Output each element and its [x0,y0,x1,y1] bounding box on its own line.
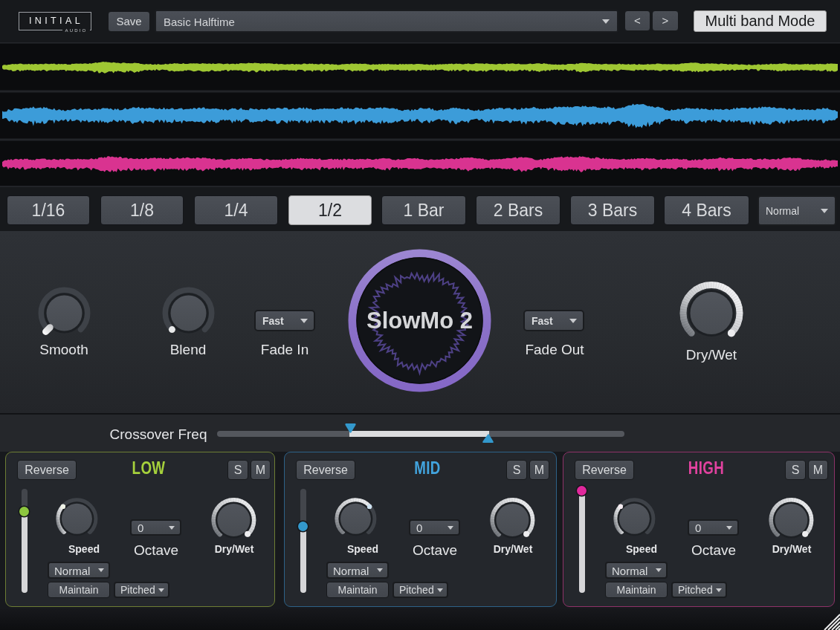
svg-text:SlowMo 2: SlowMo 2 [366,308,473,334]
